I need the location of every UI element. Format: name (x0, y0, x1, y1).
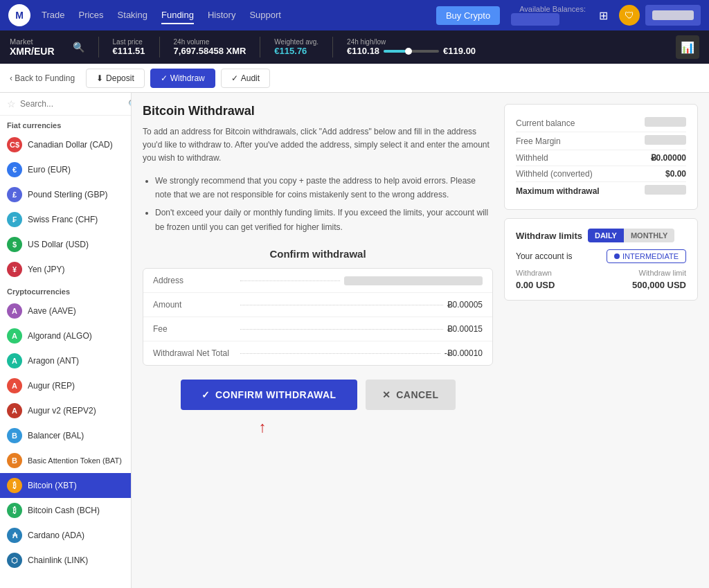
account-dot (614, 253, 620, 259)
xbt-label: Bitcoin (XBT) (28, 481, 77, 490)
confirm-section: Confirm withdrawal Address Amount (143, 248, 493, 410)
net-label: Withdrawal Net Total (153, 348, 236, 358)
divider-2 (159, 37, 160, 57)
currency-chf[interactable]: ₣ Swiss Franc (CHF) (0, 207, 131, 232)
max-withdrawal-label: Maximum withdrawal (516, 186, 600, 196)
currency-usd[interactable]: $ US Dollar (USD) (0, 232, 131, 257)
currency-jpy[interactable]: ¥ Yen (JPY) (0, 257, 131, 282)
chf-label: Swiss Franc (CHF) (28, 215, 98, 224)
currency-ada[interactable]: ₳ Cardano (ADA) (0, 523, 131, 548)
confirm-checkmark-icon: ✓ (201, 389, 210, 400)
nav-funding[interactable]: Funding (161, 7, 194, 24)
content-area: Bitcoin Withdrawal To add an address for… (132, 93, 709, 588)
balance-card: Current balance Free Margin Withheld Ƀ (504, 104, 698, 210)
withdrawal-bullet-1: We strongly recommend that you copy + pa… (155, 174, 493, 202)
address-label: Address (153, 276, 236, 285)
ant-icon: A (7, 353, 22, 368)
currency-bat[interactable]: B Basic Attention Token (BAT) (0, 448, 131, 473)
fee-value: Ƀ0.00015 (447, 324, 483, 334)
balance-blurred (511, 13, 559, 26)
confirm-withdrawal-button[interactable]: ✓ CONFIRM WITHDRAWAL (181, 380, 357, 410)
shield-icon[interactable]: 🛡 (619, 5, 640, 26)
last-price-group: Last price €111.51 (113, 38, 145, 56)
withheld-converted-row: Withheld (converted) $0.00 (516, 166, 686, 182)
currency-rep[interactable]: A Augur (REP) (0, 373, 131, 398)
cancel-button[interactable]: ✕ CANCEL (366, 380, 456, 410)
withdrawal-layout: Bitcoin Withdrawal To add an address for… (143, 104, 698, 410)
nav-staking[interactable]: Staking (118, 7, 147, 24)
withdrawal-title: Bitcoin Withdrawal (143, 104, 493, 118)
confirm-btn-label: CONFIRM WITHDRAWAL (215, 389, 336, 400)
bch-icon: ₿ (7, 503, 22, 518)
market-search-icon[interactable]: 🔍 (73, 42, 84, 53)
monthly-tab[interactable]: MONTHLY (624, 229, 674, 242)
bch-label: Bitcoin Cash (BCH) (28, 506, 100, 515)
currency-ant[interactable]: A Aragon (ANT) (0, 348, 131, 373)
volume-value: 7,697.58458 XMR (174, 46, 246, 56)
usd-label: US Dollar (USD) (28, 240, 89, 249)
currency-bch[interactable]: ₿ Bitcoin Cash (BCH) (0, 498, 131, 523)
currency-repv2[interactable]: A Augur v2 (REPV2) (0, 398, 131, 423)
daily-tab[interactable]: DAILY (588, 229, 624, 242)
withdrawn-amount: 0.00 USD (516, 280, 555, 290)
free-margin-label: Free Margin (516, 136, 561, 146)
repv2-label: Augur v2 (REPV2) (28, 406, 96, 416)
currency-xbt[interactable]: ₿ Bitcoin (XBT) (0, 473, 131, 498)
account-level: INTERMEDIATE (622, 252, 679, 260)
bal-label: Balancer (BAL) (28, 431, 84, 440)
currency-algo[interactable]: A Algorand (ALGO) (0, 323, 131, 348)
algo-icon: A (7, 328, 22, 344)
free-margin-row: Free Margin (516, 132, 686, 150)
wavg-value: €115.76 (274, 46, 318, 56)
grid-icon[interactable]: ⊞ (593, 5, 613, 26)
chart-icon[interactable]: 📊 (676, 35, 699, 59)
limits-values: 0.00 USD 500,000 USD (516, 280, 686, 290)
free-margin-value (645, 135, 686, 147)
deposit-button[interactable]: ⬇ Deposit (86, 69, 145, 88)
current-balance-label: Current balance (516, 118, 575, 128)
back-to-funding-link[interactable]: ‹ Back to Funding (10, 73, 75, 83)
withdraw-label: Withdraw (170, 73, 205, 83)
withdraw-button[interactable]: ✓ Withdraw (150, 69, 215, 88)
currency-bal[interactable]: B Balancer (BAL) (0, 423, 131, 448)
top-navigation: M Trade Prices Staking Funding History S… (0, 0, 709, 30)
dotted-line-2 (240, 305, 443, 305)
fiat-section-title: Fiat currencies (0, 116, 131, 132)
cancel-btn-label: CANCEL (396, 389, 438, 400)
buy-crypto-button[interactable]: Buy Crypto (436, 6, 500, 25)
deposit-label: Deposit (106, 73, 134, 83)
price-slider: €110.18 €119.00 (347, 46, 476, 56)
limits-columns: Withdrawn Withdraw limit (516, 269, 686, 277)
limit-amount: 500,000 USD (632, 280, 686, 290)
user-button[interactable] (645, 5, 701, 26)
withheld-value: Ƀ0.00000 (651, 153, 686, 163)
nav-history[interactable]: History (208, 7, 235, 24)
nav-trade[interactable]: Trade (42, 7, 64, 24)
slider-thumb (405, 48, 412, 55)
logo[interactable]: M (8, 4, 30, 26)
amount-label: Amount (153, 300, 236, 310)
nav-prices[interactable]: Prices (78, 7, 103, 24)
top-icon-group: ⊞ 🛡 (593, 5, 701, 26)
dotted-line-4 (240, 353, 440, 354)
nav-support[interactable]: Support (249, 7, 281, 24)
currency-link[interactable]: ⬡ Chainlink (LINK) (0, 548, 131, 573)
wavg-group: Weighted avg. €115.76 (274, 38, 318, 56)
withdrawal-main: Bitcoin Withdrawal To add an address for… (143, 104, 493, 410)
currency-eur[interactable]: € Euro (EUR) (0, 157, 131, 182)
algo-label: Algorand (ALGO) (28, 331, 92, 341)
currency-cad[interactable]: C$ Canadian Dollar (CAD) (0, 132, 131, 157)
aave-label: Aave (AAVE) (28, 306, 76, 316)
audit-icon: ✓ (231, 73, 238, 83)
audit-button[interactable]: ✓ Audit (221, 69, 270, 88)
search-input[interactable] (20, 99, 124, 109)
confirm-table: Address Amount Ƀ0.00005 Fee (143, 268, 493, 366)
chf-icon: ₣ (7, 212, 22, 227)
star-icon[interactable]: ☆ (7, 98, 16, 109)
currency-aave[interactable]: A Aave (AAVE) (0, 299, 131, 323)
currency-gbp[interactable]: £ Pound Sterling (GBP) (0, 182, 131, 207)
highlow-group: 24h high/low €110.18 €119.00 (347, 38, 476, 56)
bal-icon: B (7, 428, 22, 443)
wavg-label: Weighted avg. (274, 38, 318, 46)
address-value (344, 276, 483, 285)
